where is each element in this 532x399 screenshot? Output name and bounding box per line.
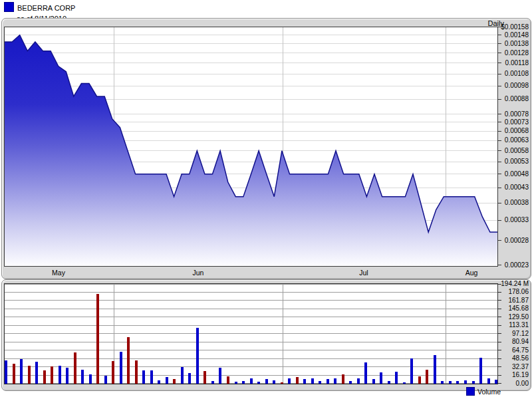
month-label-jul: Jul [347,269,380,277]
price-axis-tick-label: 0.00033 [505,216,529,223]
price-axis-tick-label: 0.00058 [505,147,529,154]
volume-bar [327,379,329,384]
price-axis-tick-label: $0.00158 [501,23,529,31]
volume-axis-tick-label: 194.24 M [501,280,529,287]
volume-bar [349,381,352,384]
price-axis-labels: $0.001580.001480.001380.001280.001180.00… [499,19,530,279]
price-axis-tick-label: 0.00063 [505,136,529,144]
volume-bar [5,360,7,384]
volume-axis-tick-label: 0.00 [516,380,529,387]
month-label-jun: Jun [182,269,215,277]
volume-axis-tick-label: 97.12 [512,330,529,337]
volume-bar [166,377,168,384]
price-axis-tick-label: 0.00073 [505,118,529,126]
volume-bar [303,379,306,384]
volume-bar [288,378,291,384]
volume-bar-chart[interactable] [4,283,503,385]
volume-bar [449,381,452,384]
volume-bar [181,367,184,384]
volume-bar [135,360,138,384]
series-color-swatch [4,2,14,12]
volume-bar [188,373,191,384]
volume-bar [395,372,398,384]
volume-bar [20,359,23,384]
volume-bar [13,364,15,384]
volume-bar [127,337,130,384]
price-axis-tick-label: 0.00108 [505,70,529,77]
volume-bar [219,368,221,384]
volume-bar [242,381,245,384]
volume-axis-tick-label: 178.06 [508,288,529,295]
volume-bar [418,376,421,384]
month-label-aug: Aug [455,269,488,277]
volume-bar [357,378,360,384]
volume-bar [203,371,206,384]
price-axis-tick-label: 0.00048 [505,170,529,178]
volume-axis-tick-label: 113.31 [509,321,529,329]
volume-bar [158,380,160,384]
price-area-chart[interactable] [4,27,503,267]
volume-bar [89,374,92,384]
volume-bar [104,376,107,384]
stock-chart-page: BEDERRA CORP as of 8/11/2010 Daily $0.00… [0,0,532,399]
volume-bar [426,370,428,384]
volume-bar [142,370,145,384]
volume-bar [456,381,459,384]
price-axis-tick-label: 0.00148 [505,31,529,39]
volume-bar [196,328,199,384]
price-axis-tick-label: 0.00128 [505,49,529,57]
volume-bar [43,370,46,384]
volume-bar [265,379,268,384]
price-axis-tick-label: 0.00118 [505,59,529,66]
volume-bar [495,380,497,384]
volume-bar [120,352,122,384]
volume-legend: Volume [466,387,501,396]
volume-bar [334,378,336,384]
volume-bar [96,294,99,384]
volume-legend-swatch [466,387,475,396]
volume-bar [311,378,314,384]
volume-bar [173,379,176,384]
volume-bar [434,355,436,384]
volume-bar [372,379,375,384]
volume-bar [479,358,482,384]
price-axis-tick-label: 0.00088 [505,95,529,102]
volume-bar [35,362,38,384]
price-axis-tick-label: 0.00098 [505,82,529,89]
volume-axis-tick-label: 48.56 [512,354,529,362]
volume-bar [441,381,444,384]
volume-bar [364,362,367,384]
volume-bar [380,372,382,384]
volume-bar [59,366,61,384]
volume-bar [296,377,299,384]
volume-bar [342,374,344,384]
volume-axis-tick-label: 64.75 [512,346,529,354]
volume-bar [74,352,76,384]
price-axis-tick-label: 0.00038 [505,199,529,206]
volume-bar [319,381,321,384]
price-axis-tick-label: 0.00053 [505,158,529,165]
price-axis-tick-label: 0.00078 [505,110,529,118]
volume-bar [388,381,390,384]
price-axis-tick-label: 0.00028 [505,237,529,244]
volume-axis-tick-label: 161.87 [508,297,529,304]
volume-bar [51,366,53,384]
month-label-may: May [42,269,75,277]
price-chart-panel: Daily $0.001580.001480.001380.001280.001… [1,18,531,279]
price-axis-tick-label: 0.00138 [505,40,529,47]
volume-bar [66,368,68,384]
volume-axis-labels: 194.24 M178.06161.87145.68129.50113.3197… [499,280,530,390]
volume-bar [410,358,413,384]
volume-bar [112,361,114,384]
volume-axis-tick-label: 16.19 [512,371,529,378]
volume-bar [250,378,253,384]
price-axis-tick-label: 0.00043 [505,184,529,191]
volume-bar [273,380,275,384]
volume-bar [211,381,214,384]
volume-axis-tick-label: 32.37 [512,363,529,370]
volume-bar [487,378,490,384]
chart-title: BEDERRA CORP [17,4,75,12]
volume-axis-tick-label: 129.50 [508,313,529,321]
volume-chart-panel: 194.24 M178.06161.87145.68129.50113.3197… [1,279,531,391]
volume-bar [464,380,467,384]
